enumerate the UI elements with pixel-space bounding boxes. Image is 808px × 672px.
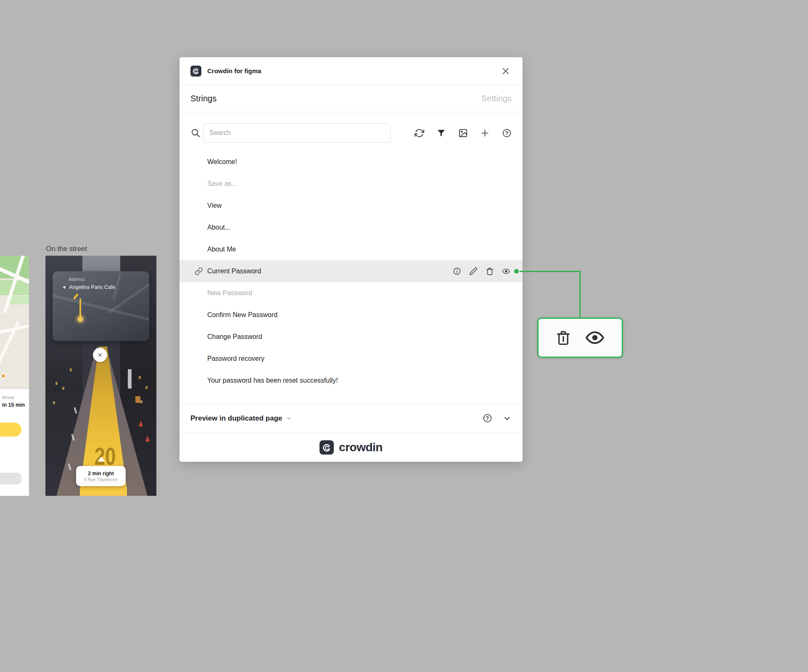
crowdin-plugin-window: Crowdin for figma Strings Settings <box>180 57 523 462</box>
arrival-label: Arrival <box>2 395 14 400</box>
crowdin-wordmark: crowdin <box>339 441 383 454</box>
string-row[interactable]: Confirm New Password <box>180 304 523 326</box>
string-label: New Password <box>207 289 252 297</box>
delete-icon <box>555 330 571 346</box>
direction-subtitle: 6 Rue Tiquetonne <box>84 477 118 482</box>
strings-panel: ? Welcome! Save as... View About... Abou… <box>180 112 523 403</box>
strings-list: Welcome! Save as... View About... About … <box>180 151 523 392</box>
building-window <box>140 400 143 403</box>
string-row[interactable]: About Me <box>180 238 523 260</box>
search-icon <box>190 128 201 138</box>
search-input[interactable] <box>203 123 391 143</box>
delete-icon[interactable] <box>486 267 494 275</box>
plugin-header: Crowdin for figma <box>180 57 523 85</box>
string-label: About Me <box>207 246 236 253</box>
ar-navigation-frame[interactable]: 20 Address Angelina Paris Cafe 2 min rig… <box>45 256 156 496</box>
actions-callout <box>537 317 623 358</box>
route-pin <box>73 293 79 300</box>
map-location-dot <box>1 373 6 378</box>
string-row[interactable]: Welcome! <box>180 151 523 173</box>
string-row-current-password[interactable]: Current Password <box>180 260 523 282</box>
string-row[interactable]: Change Password <box>180 326 523 348</box>
street-sign <box>135 396 140 403</box>
close-icon[interactable] <box>500 65 512 77</box>
building-window <box>139 376 141 379</box>
primary-action-button <box>0 423 21 437</box>
connector-line <box>579 271 581 319</box>
string-label: Welcome! <box>207 158 237 166</box>
building-window <box>53 401 55 404</box>
image-upload-icon[interactable] <box>458 128 468 138</box>
filter-icon[interactable] <box>436 128 446 138</box>
string-label: Your password has been reset successfull… <box>207 377 338 384</box>
traffic-cone <box>139 421 143 426</box>
svg-text:?: ? <box>505 130 508 136</box>
string-label: Current Password <box>207 267 261 275</box>
string-row[interactable]: Password recovery <box>180 348 523 370</box>
string-row[interactable]: View <box>180 195 523 217</box>
collapse-chevron-icon[interactable] <box>502 414 512 423</box>
plugin-title: Crowdin for figma <box>207 67 261 74</box>
refresh-icon[interactable] <box>415 128 424 138</box>
string-row[interactable]: New Password <box>180 282 523 304</box>
building-window <box>145 386 148 389</box>
connector-dot <box>514 269 519 274</box>
secondary-placeholder <box>0 473 21 484</box>
link-icon <box>195 267 203 275</box>
string-label: Change Password <box>207 333 262 341</box>
crowdin-brand-bar: crowdin <box>180 433 523 462</box>
arrival-panel: Arrival in 15 min <box>0 389 29 496</box>
current-location-dot <box>78 317 83 322</box>
crowdin-logo-icon <box>190 66 201 77</box>
building-window <box>62 387 64 390</box>
direction-title: 2 min right <box>88 471 114 476</box>
chevron-down-icon[interactable] <box>285 415 292 422</box>
edit-icon[interactable] <box>469 267 478 275</box>
minimap-road <box>53 294 149 323</box>
address-label: Address <box>69 277 85 282</box>
string-label: Save as... <box>207 180 237 188</box>
string-row[interactable]: Your password has been reset successfull… <box>180 370 523 392</box>
arrival-value: in 15 min <box>2 402 25 408</box>
help-icon[interactable]: ? <box>502 128 512 138</box>
close-card-button <box>93 348 107 362</box>
route-arrow <box>98 457 105 461</box>
hide-icon <box>585 328 605 348</box>
artboard-label[interactable]: On the street <box>46 245 87 253</box>
svg-text:?: ? <box>486 415 489 421</box>
direction-card: 2 min right 6 Rue Tiquetonne <box>76 466 126 486</box>
string-row[interactable]: Save as... <box>180 173 523 195</box>
building-window <box>55 382 58 385</box>
figma-canvas: Arrival in 15 min On the street 20 <box>0 0 808 672</box>
add-string-icon[interactable] <box>480 128 490 138</box>
info-icon[interactable] <box>453 267 461 275</box>
street-sign <box>128 369 132 389</box>
crowdin-logo-icon <box>320 440 334 455</box>
search-toolbar: ? <box>190 123 512 143</box>
tab-strings[interactable]: Strings <box>190 94 217 103</box>
string-label: About... <box>207 224 230 231</box>
string-label: Confirm New Password <box>207 311 277 319</box>
string-label: View <box>207 202 222 209</box>
preview-mode-select[interactable]: Preview in duplicated page <box>190 414 282 423</box>
help-icon[interactable]: ? <box>483 413 492 423</box>
tab-settings[interactable]: Settings <box>481 94 512 103</box>
preview-bar: Preview in duplicated page ? <box>180 403 523 433</box>
hide-icon[interactable] <box>502 267 510 275</box>
string-row[interactable]: About... <box>180 217 523 238</box>
traffic-cone <box>145 436 150 442</box>
string-label: Password recovery <box>207 355 264 362</box>
address-map-card: Address Angelina Paris Cafe <box>53 271 149 341</box>
address-value: Angelina Paris Cafe <box>69 284 115 290</box>
connector-line <box>520 271 580 272</box>
map-app-frame[interactable]: Arrival in 15 min <box>0 256 29 496</box>
tab-bar: Strings Settings <box>180 85 523 112</box>
navigation-arrow-icon <box>62 285 66 290</box>
building-window <box>70 368 72 371</box>
